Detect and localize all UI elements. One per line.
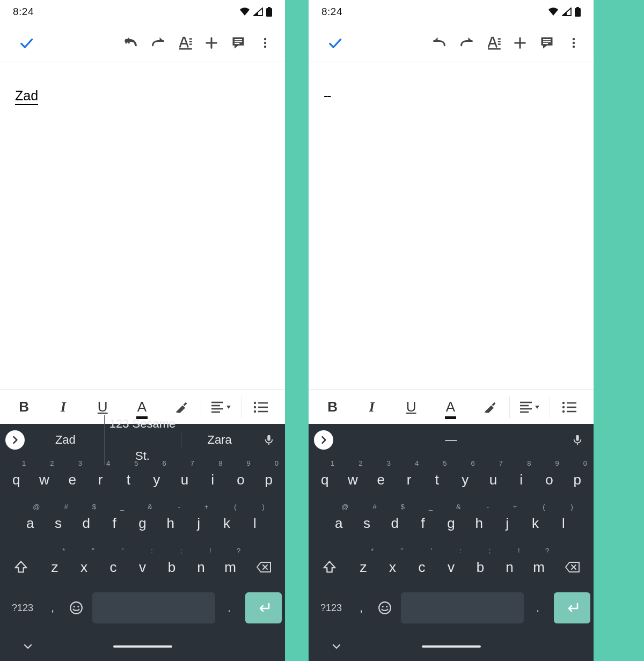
space-key[interactable] <box>401 592 524 623</box>
suggestion-single[interactable]: — <box>335 424 567 456</box>
key-r[interactable]: r4 <box>395 458 423 502</box>
key-e[interactable]: e3 <box>58 458 86 502</box>
key-v[interactable]: v: <box>436 546 465 589</box>
underline-button[interactable]: U <box>392 390 431 424</box>
home-pill[interactable] <box>422 645 481 648</box>
key-n[interactable]: n! <box>186 546 215 589</box>
key-k[interactable]: k( <box>521 502 549 545</box>
done-button[interactable] <box>320 28 349 57</box>
key-c[interactable]: c' <box>99 546 128 589</box>
overflow-button[interactable] <box>560 28 587 57</box>
key-p[interactable]: p0 <box>564 458 591 502</box>
mic-button[interactable] <box>258 429 280 451</box>
key-v[interactable]: v: <box>128 546 157 589</box>
key-a[interactable]: a@ <box>16 502 44 545</box>
key-c[interactable]: c' <box>407 546 436 589</box>
key-k[interactable]: k( <box>213 502 240 545</box>
key-r[interactable]: r4 <box>86 458 114 502</box>
comma-key[interactable]: , <box>42 592 63 623</box>
key-l[interactable]: l) <box>550 502 577 545</box>
comment-button[interactable] <box>225 28 252 57</box>
key-z[interactable]: z* <box>40 546 69 589</box>
period-key[interactable]: . <box>218 592 240 623</box>
italic-button[interactable]: I <box>43 390 83 424</box>
key-i[interactable]: i8 <box>507 458 535 502</box>
key-q[interactable]: q1 <box>311 458 339 502</box>
redo-button[interactable] <box>144 28 171 57</box>
comma-key[interactable]: , <box>350 592 372 623</box>
shift-key[interactable] <box>2 546 40 589</box>
emoji-key[interactable] <box>372 592 398 623</box>
key-t[interactable]: t5 <box>114 458 142 502</box>
key-y[interactable]: y6 <box>142 458 170 502</box>
key-w[interactable]: w2 <box>30 458 58 502</box>
text-color-button[interactable]: A <box>431 390 470 424</box>
expand-chip[interactable] <box>5 430 25 450</box>
key-f[interactable]: f_ <box>100 502 128 545</box>
enter-key[interactable] <box>554 592 590 623</box>
overflow-button[interactable] <box>252 28 279 57</box>
home-pill[interactable] <box>113 645 172 648</box>
key-h[interactable]: h- <box>157 502 185 545</box>
undo-button[interactable] <box>426 28 453 57</box>
insert-button[interactable] <box>507 28 533 57</box>
key-j[interactable]: j+ <box>493 502 521 545</box>
expand-chip[interactable] <box>314 430 333 450</box>
keyboard-collapse[interactable] <box>330 640 343 653</box>
key-a[interactable]: a@ <box>325 502 353 545</box>
key-w[interactable]: w2 <box>339 458 367 502</box>
highlight-button[interactable] <box>470 390 509 424</box>
italic-button[interactable]: I <box>352 390 391 424</box>
key-n[interactable]: n! <box>495 546 524 589</box>
bold-button[interactable]: B <box>4 390 43 424</box>
enter-key[interactable] <box>245 592 282 623</box>
key-d[interactable]: d$ <box>381 502 409 545</box>
undo-button[interactable] <box>118 28 144 57</box>
key-u[interactable]: u7 <box>171 458 199 502</box>
key-t[interactable]: t5 <box>423 458 451 502</box>
key-o[interactable]: o9 <box>226 458 254 502</box>
key-b[interactable]: b; <box>157 546 186 589</box>
text-format-button[interactable] <box>171 28 198 57</box>
space-key[interactable] <box>92 592 215 623</box>
key-z[interactable]: z* <box>349 546 378 589</box>
key-g[interactable]: g& <box>128 502 156 545</box>
backspace-key[interactable] <box>553 546 591 589</box>
keyboard-collapse[interactable] <box>21 640 34 653</box>
key-h[interactable]: h- <box>465 502 493 545</box>
key-j[interactable]: j+ <box>185 502 213 545</box>
text-format-button[interactable] <box>480 28 507 57</box>
key-u[interactable]: u7 <box>479 458 507 502</box>
key-b[interactable]: b; <box>466 546 495 589</box>
key-i[interactable]: i8 <box>199 458 226 502</box>
insert-button[interactable] <box>198 28 225 57</box>
done-button[interactable] <box>12 28 41 57</box>
key-s[interactable]: s# <box>353 502 380 545</box>
key-e[interactable]: e3 <box>367 458 395 502</box>
align-button[interactable] <box>510 390 549 424</box>
list-button[interactable] <box>550 390 589 424</box>
mic-button[interactable] <box>567 429 588 451</box>
document-area[interactable]: -- <box>309 62 594 390</box>
list-button[interactable] <box>241 390 281 424</box>
suggestion-3[interactable]: Zara <box>181 424 258 456</box>
comment-button[interactable] <box>533 28 560 57</box>
align-button[interactable] <box>201 390 240 424</box>
symbols-key[interactable]: ?123 <box>312 592 350 623</box>
period-key[interactable]: . <box>527 592 548 623</box>
key-f[interactable]: f_ <box>409 502 437 545</box>
redo-button[interactable] <box>453 28 480 57</box>
shift-key[interactable] <box>311 546 349 589</box>
backspace-key[interactable] <box>245 546 283 589</box>
key-o[interactable]: o9 <box>535 458 563 502</box>
document-area[interactable]: Zad <box>0 62 285 390</box>
key-m[interactable]: m? <box>524 546 553 589</box>
key-m[interactable]: m? <box>216 546 245 589</box>
key-d[interactable]: d$ <box>72 502 100 545</box>
key-l[interactable]: l) <box>241 502 269 545</box>
key-s[interactable]: s# <box>44 502 72 545</box>
emoji-key[interactable] <box>63 592 89 623</box>
key-p[interactable]: p0 <box>255 458 283 502</box>
key-y[interactable]: y6 <box>451 458 479 502</box>
key-x[interactable]: x" <box>378 546 407 589</box>
